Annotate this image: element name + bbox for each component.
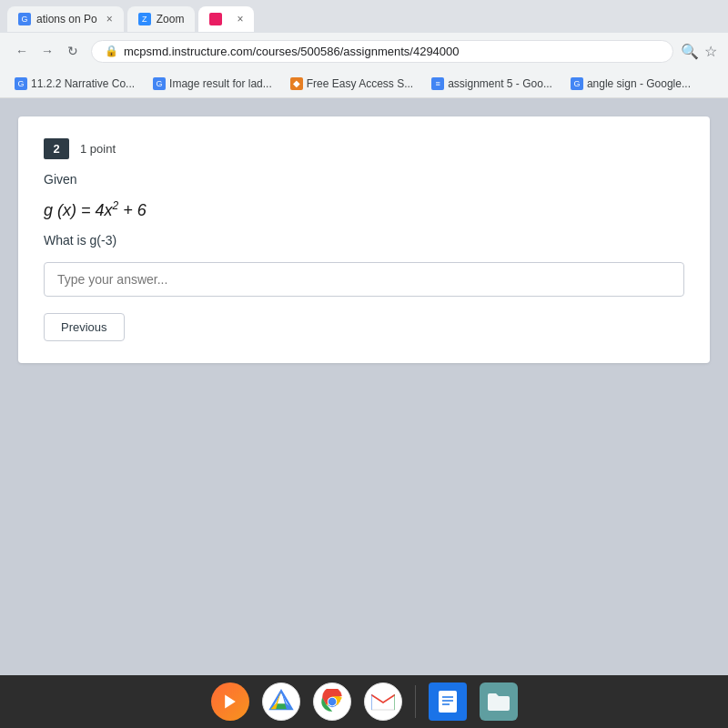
bookmark-3[interactable]: ◆ Free Easy Access S...	[283, 76, 420, 92]
bookmarks-bar: G 11.2.2 Narrative Co... G Image result …	[0, 69, 728, 98]
tab-favicon-2: Z	[138, 13, 151, 25]
address-bar[interactable]: 🔒 mcpsmd.instructure.com/courses/500586/…	[91, 40, 673, 63]
bookmark-button[interactable]: ☆	[704, 43, 717, 60]
tab-label-2: Zoom	[157, 13, 185, 25]
question-header: 2 1 point	[44, 138, 684, 159]
tab-bar: G ations on Po × Z Zoom ×	[0, 0, 728, 33]
answer-input[interactable]	[44, 262, 684, 297]
address-bar-row: ← → ↻ 🔒 mcpsmd.instructure.com/courses/5…	[0, 33, 728, 69]
reload-button[interactable]: ↻	[62, 40, 84, 62]
bk-label-5: angle sign - Google...	[587, 77, 691, 90]
question-number: 2	[44, 138, 69, 159]
tab-close-1[interactable]: ×	[106, 13, 113, 25]
previous-button[interactable]: Previous	[44, 313, 125, 341]
play-icon[interactable]	[211, 682, 249, 721]
browser-chrome: G ations on Po × Z Zoom × ← → ↻ 🔒 mcpsmd…	[0, 0, 728, 98]
bk-label-3: Free Easy Access S...	[307, 77, 413, 90]
bk-favicon-4: ≡	[431, 77, 444, 90]
question-prompt: What is g(-3)	[44, 233, 684, 248]
svg-rect-12	[439, 691, 457, 713]
folder-icon[interactable]	[480, 682, 518, 721]
svg-point-8	[328, 698, 336, 706]
bookmark-4[interactable]: ≡ assignment 5 - Goo...	[424, 76, 560, 92]
tab-close-3[interactable]: ×	[237, 13, 243, 25]
page-content: 2 1 point Given g (x) = 4x2 + 6 What is …	[0, 98, 728, 675]
bk-favicon-3: ◆	[290, 77, 303, 90]
search-button[interactable]: 🔍	[681, 43, 699, 60]
tab-favicon-1: G	[18, 13, 31, 25]
gmail-icon[interactable]	[364, 682, 402, 721]
taskbar-divider	[415, 685, 416, 718]
tab-label-1: ations on Po	[36, 13, 97, 25]
bookmark-5[interactable]: G angle sign - Google...	[563, 76, 698, 92]
drive-icon[interactable]	[262, 682, 300, 721]
bk-favicon-2: G	[153, 77, 166, 90]
svg-rect-9	[371, 693, 395, 711]
nav-buttons: ← → ↻	[11, 40, 84, 62]
bk-favicon-1: G	[15, 77, 27, 90]
bookmark-1[interactable]: G 11.2.2 Narrative Co...	[7, 76, 142, 92]
forward-button[interactable]: →	[36, 40, 58, 62]
taskbar	[0, 675, 728, 728]
tab-favicon-3	[209, 13, 222, 25]
svg-marker-0	[225, 695, 236, 709]
address-bar-actions: 🔍 ☆	[681, 43, 717, 60]
docs-icon[interactable]	[429, 682, 467, 721]
question-label: Given	[44, 172, 684, 187]
bk-favicon-5: G	[571, 77, 583, 90]
equation: g (x) = 4x2 + 6	[44, 199, 684, 220]
question-points: 1 point	[80, 142, 116, 156]
bk-label-2: Image result for lad...	[169, 77, 272, 90]
question-card: 2 1 point Given g (x) = 4x2 + 6 What is …	[18, 116, 710, 363]
bk-label-1: 11.2.2 Narrative Co...	[31, 77, 135, 90]
bk-label-4: assignment 5 - Goo...	[448, 77, 552, 90]
bookmark-2[interactable]: G Image result for lad...	[146, 76, 279, 92]
url-text: mcpsmd.instructure.com/courses/500586/as…	[124, 45, 460, 58]
tab-3[interactable]: ×	[198, 6, 254, 32]
back-button[interactable]: ←	[11, 40, 33, 62]
chrome-icon[interactable]	[313, 682, 351, 721]
tab-2[interactable]: Z Zoom	[127, 6, 196, 32]
lock-icon: 🔒	[105, 45, 118, 57]
tab-1[interactable]: G ations on Po ×	[7, 6, 124, 32]
